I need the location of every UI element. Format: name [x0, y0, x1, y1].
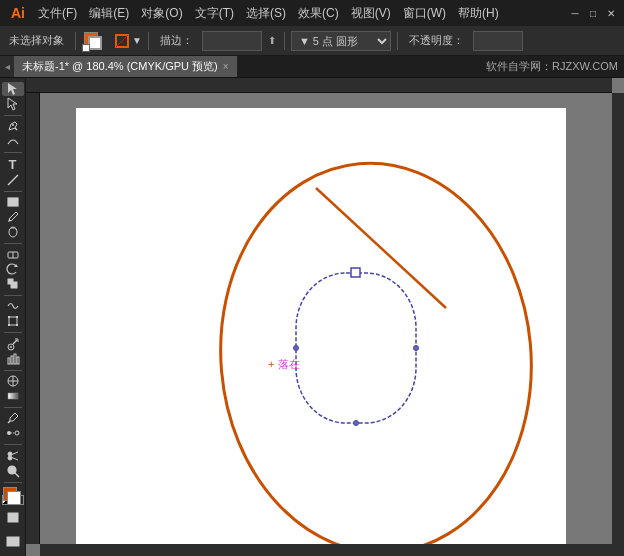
tool-rotate[interactable] [2, 262, 24, 276]
tool-type[interactable]: T [2, 157, 24, 172]
point-shape-select[interactable]: ▼ 5 点 圆形 [291, 31, 391, 51]
tool-blend[interactable] [2, 426, 24, 440]
tool-eyedropper[interactable] [2, 411, 24, 425]
menu-edit[interactable]: 编辑(E) [83, 1, 135, 26]
svg-rect-13 [16, 316, 18, 318]
tool-zoom[interactable] [2, 464, 24, 478]
website-label: 软件自学网：RJZXW.COM [238, 56, 624, 77]
tool-paintbrush[interactable] [2, 210, 24, 224]
svg-point-43 [205, 150, 548, 556]
svg-point-17 [10, 346, 12, 348]
toolbar-sep-4 [397, 32, 398, 50]
svg-rect-4 [8, 198, 18, 206]
window-controls: ─ □ ✕ [566, 4, 620, 22]
menu-view[interactable]: 视图(V) [345, 1, 397, 26]
menu-bar: 文件(F) 编辑(E) 对象(O) 文字(T) 选择(S) 效果(C) 视图(V… [32, 1, 566, 26]
opacity-label: 不透明度： [404, 31, 469, 50]
svg-point-50 [414, 346, 419, 351]
toolbar-sep-3 [284, 32, 285, 50]
no-selection-label: 未选择对象 [4, 31, 69, 50]
svg-rect-38 [8, 513, 18, 522]
stroke-icon [114, 33, 130, 49]
menu-file[interactable]: 文件(F) [32, 1, 83, 26]
maximize-button[interactable]: □ [584, 4, 602, 22]
tool-pen[interactable] [2, 119, 24, 133]
svg-rect-52 [351, 268, 360, 277]
svg-line-1 [116, 35, 128, 47]
svg-line-44 [316, 188, 446, 308]
tab-close-button[interactable]: × [223, 61, 229, 72]
svg-line-32 [12, 452, 18, 455]
menu-select[interactable]: 选择(S) [240, 1, 292, 26]
scroll-corner [612, 544, 624, 556]
canvas-area: + 落在 [26, 78, 624, 556]
ai-logo: Ai [4, 5, 32, 21]
svg-point-51 [354, 421, 359, 426]
tab-main[interactable]: 未标题-1* @ 180.4% (CMYK/GPU 预览) × [14, 56, 238, 77]
tool-symbol-sprayer[interactable] [2, 337, 24, 351]
screen-mode-btn[interactable] [2, 530, 24, 552]
stroke-color-btn[interactable]: ▼ [114, 33, 142, 49]
menu-window[interactable]: 窗口(W) [397, 1, 452, 26]
opacity-input[interactable] [473, 31, 523, 51]
tab-title: 未标题-1* @ 180.4% (CMYK/GPU 预览) [22, 59, 218, 74]
svg-point-31 [8, 456, 12, 460]
toolbar-sep-1 [75, 32, 76, 50]
svg-point-2 [12, 124, 14, 126]
h-scrollbar[interactable] [40, 544, 612, 556]
menu-text[interactable]: 文字(T) [189, 1, 240, 26]
svg-point-49 [294, 346, 299, 351]
tool-free-transform[interactable] [2, 314, 24, 328]
menu-effect[interactable]: 效果(C) [292, 1, 345, 26]
tool-curvature[interactable] [2, 134, 24, 148]
drawing-svg: + 落在 [26, 78, 624, 556]
tool-mesh[interactable] [2, 374, 24, 388]
main-area: T [0, 78, 624, 556]
toolbar-sep-2 [148, 32, 149, 50]
tool-blob-brush[interactable] [2, 225, 24, 239]
horizontal-ruler [26, 78, 612, 93]
vertical-ruler [26, 93, 40, 544]
tab-bar: ◂ 未标题-1* @ 180.4% (CMYK/GPU 预览) × 软件自学网：… [0, 56, 624, 78]
tool-warp[interactable] [2, 299, 24, 313]
tool-eraser[interactable] [2, 247, 24, 261]
v-scrollbar[interactable] [612, 93, 624, 544]
svg-line-18 [13, 340, 17, 344]
fill-color-swatch[interactable] [2, 486, 24, 492]
tool-scale[interactable] [2, 277, 24, 291]
svg-point-28 [15, 431, 19, 435]
tool-selection[interactable] [2, 82, 24, 96]
screen-mode-group [2, 506, 24, 556]
svg-line-35 [15, 473, 19, 477]
svg-rect-21 [14, 354, 16, 364]
svg-point-27 [7, 431, 11, 435]
tool-rect[interactable] [2, 195, 24, 209]
tab-arrow-left[interactable]: ◂ [0, 56, 14, 77]
tool-direct-selection[interactable] [2, 97, 24, 111]
stroke-label: 描边： [155, 31, 198, 50]
stroke-arrow[interactable]: ▼ [132, 35, 142, 46]
title-bar: Ai 文件(F) 编辑(E) 对象(O) 文字(T) 选择(S) 效果(C) 视… [0, 0, 624, 26]
tool-scissors[interactable] [2, 449, 24, 463]
tool-artboard[interactable] [2, 506, 24, 528]
menu-help[interactable]: 帮助(H) [452, 1, 505, 26]
stroke-value-input[interactable] [202, 31, 262, 51]
tool-column-graph[interactable] [2, 352, 24, 366]
svg-rect-45 [296, 273, 416, 423]
tool-gradient[interactable] [2, 389, 24, 403]
fill-stroke-widget[interactable] [82, 30, 110, 52]
minimize-button[interactable]: ─ [566, 4, 584, 22]
svg-point-30 [8, 452, 12, 456]
svg-line-3 [8, 175, 18, 185]
close-button[interactable]: ✕ [602, 4, 620, 22]
svg-rect-20 [11, 356, 13, 364]
svg-rect-14 [8, 324, 10, 326]
svg-rect-10 [8, 279, 13, 284]
menu-object[interactable]: 对象(O) [135, 1, 188, 26]
svg-rect-15 [16, 324, 18, 326]
svg-text:+: + [268, 358, 274, 370]
svg-rect-22 [17, 357, 19, 364]
tool-line[interactable] [2, 173, 24, 187]
svg-text:落在: 落在 [278, 358, 300, 370]
stroke-arrows[interactable]: ⬆ [266, 35, 278, 46]
